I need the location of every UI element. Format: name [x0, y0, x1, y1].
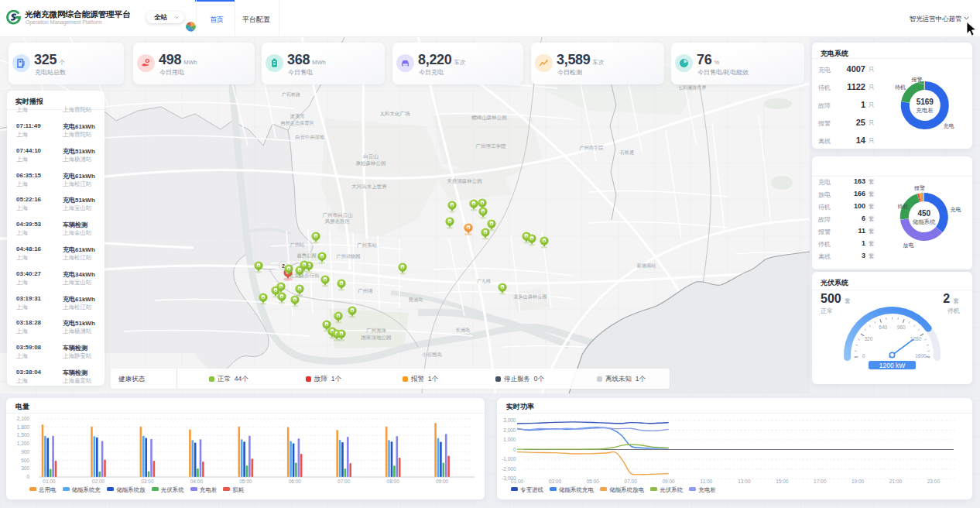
svg-text:1,000: 1,000	[503, 437, 516, 442]
svg-text:风景名胜区: 风景名胜区	[325, 218, 351, 225]
svg-text:1600: 1600	[915, 353, 927, 359]
svg-text:新塘南站: 新塘南站	[636, 263, 656, 269]
svg-text:报警: 报警	[913, 185, 925, 191]
svg-text:天鹿湖森林公园: 天鹿湖森林公园	[447, 178, 482, 184]
svg-text:七彩澜游世界: 七彩澜游世界	[677, 84, 706, 91]
svg-text:960: 960	[897, 324, 906, 330]
svg-text:1200 kW: 1200 kW	[879, 362, 906, 369]
svg-text:太和文化广场: 太和文化广场	[380, 111, 410, 117]
svg-text:03:00: 03:00	[141, 479, 154, 484]
svg-text:广州动物园: 广州动物园	[337, 253, 361, 259]
svg-text:波溪湾: 波溪湾	[290, 113, 305, 119]
svg-text:450: 450	[917, 209, 930, 218]
svg-text:-1,000: -1,000	[502, 456, 516, 462]
svg-text:广州海珠: 广州海珠	[366, 328, 387, 334]
svg-text:广州东站: 广州东站	[357, 242, 378, 249]
svg-text:0: 0	[862, 353, 865, 359]
svg-text:05:00: 05:00	[239, 479, 252, 484]
svg-text:11:00: 11:00	[701, 479, 713, 484]
svg-text:0: 0	[26, 474, 29, 479]
svg-text:01:00: 01:00	[43, 479, 56, 484]
svg-text:广州商学院: 广州商学院	[580, 145, 605, 151]
svg-text:赞洲岛: 赞洲岛	[409, 297, 423, 303]
svg-text:龙头山森林公园: 龙头山森林公园	[513, 293, 547, 300]
svg-text:03:00: 03:00	[549, 479, 562, 484]
svg-text:越秀公园: 越秀公园	[297, 252, 317, 259]
svg-text:2,000: 2,000	[503, 427, 516, 433]
svg-text:放电: 放电	[903, 242, 914, 249]
svg-text:1,800: 1,800	[17, 424, 30, 430]
svg-text:待机: 待机	[895, 84, 906, 91]
svg-text:07:00: 07:00	[625, 479, 638, 484]
svg-text:07:00: 07:00	[338, 479, 351, 484]
svg-text:15:00: 15:00	[776, 479, 789, 484]
svg-text:1,500: 1,500	[17, 432, 30, 438]
svg-text:19:00: 19:00	[852, 479, 865, 484]
svg-text:21:00: 21:00	[889, 479, 903, 484]
svg-text:06:00: 06:00	[289, 479, 302, 484]
svg-text:5169: 5169	[917, 98, 934, 106]
svg-text:长洲岛: 长洲岛	[456, 327, 471, 333]
svg-text:900: 900	[21, 449, 29, 455]
svg-text:充电: 充电	[951, 207, 961, 213]
svg-text:13:00: 13:00	[738, 479, 751, 484]
svg-text:3,000: 3,000	[503, 417, 516, 423]
svg-text:广州塔: 广州塔	[358, 288, 373, 294]
svg-text:国家湿地公园: 国家湿地公园	[362, 335, 392, 340]
svg-text:04:00: 04:00	[190, 479, 204, 484]
svg-text:0: 0	[513, 447, 516, 452]
svg-text:-2,000: -2,000	[502, 466, 516, 472]
svg-text:23:00: 23:00	[927, 479, 941, 484]
svg-text:广州理工学院: 广州理工学院	[476, 143, 507, 149]
svg-text:05:00: 05:00	[587, 479, 600, 484]
svg-text:石铁通: 石铁通	[619, 149, 634, 156]
svg-text:原始森林公园: 原始森林公园	[356, 160, 386, 166]
svg-text:600: 600	[21, 458, 29, 463]
svg-text:08:00: 08:00	[387, 479, 400, 484]
svg-text:小谷围岛: 小谷围岛	[422, 352, 442, 358]
svg-text:09:00: 09:00	[662, 479, 675, 484]
svg-text:17:00: 17:00	[814, 479, 827, 484]
svg-text:广石粮路: 广石粮路	[282, 91, 300, 98]
svg-text:大河马水上世界: 大河马水上世界	[351, 184, 387, 190]
svg-text:待机: 待机	[898, 204, 909, 210]
svg-text:报警: 报警	[911, 77, 923, 83]
svg-text:02:00: 02:00	[92, 479, 105, 484]
svg-text:白云山: 白云山	[363, 153, 379, 160]
svg-text:广州站: 广州站	[290, 242, 305, 248]
svg-text:2: 2	[282, 263, 285, 269]
svg-text:广州市白云山: 广州市白云山	[323, 212, 354, 218]
svg-text:1,200: 1,200	[17, 441, 30, 446]
svg-text:充电: 充电	[944, 123, 954, 129]
svg-text:北京路步行街: 北京路步行街	[290, 273, 320, 279]
svg-text:充电桩: 充电桩	[917, 107, 934, 114]
svg-text:储能系统: 储能系统	[913, 218, 937, 225]
svg-text:2,100: 2,100	[17, 416, 30, 421]
svg-text:09:00: 09:00	[436, 479, 449, 484]
svg-text:广九线: 广九线	[477, 279, 491, 283]
svg-text:帽峰山森林公园: 帽峰山森林公园	[471, 115, 507, 121]
svg-text:640: 640	[879, 324, 887, 330]
svg-text:320: 320	[864, 336, 872, 342]
svg-text:白云中央湿地: 白云中央湿地	[295, 134, 324, 140]
svg-text:300: 300	[21, 465, 29, 471]
svg-text:01:00: 01:00	[511, 479, 524, 484]
svg-text:自然生态保育区: 自然生态保育区	[280, 120, 314, 126]
